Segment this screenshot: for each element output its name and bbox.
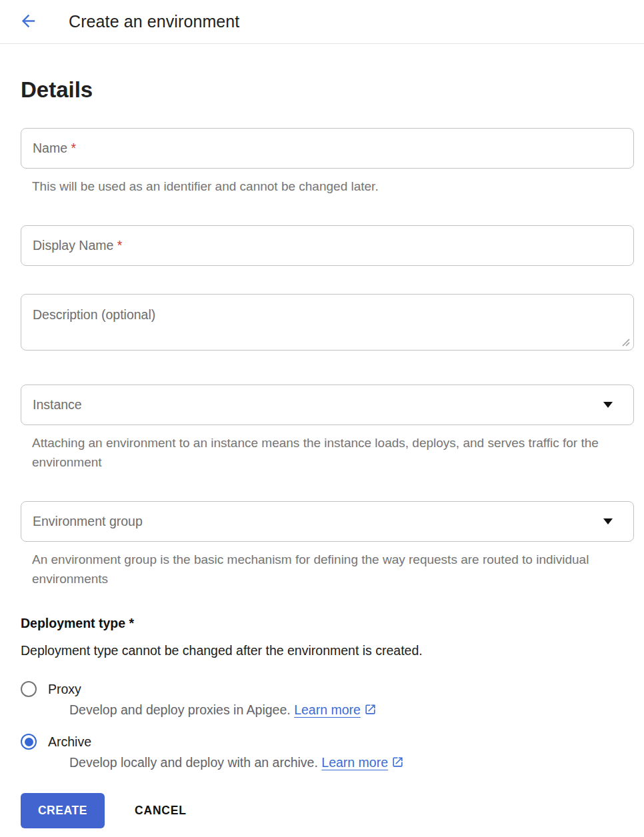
required-asterisk: *: [71, 141, 76, 155]
environment-group-helper-text: An environment group is the basic mechan…: [32, 550, 605, 588]
radio-archive-label: Archive: [48, 734, 91, 750]
description-placeholder: Description (optional): [33, 307, 155, 323]
name-helper-text: This will be used as an identifier and c…: [32, 177, 605, 196]
radio-selected-icon[interactable]: [21, 734, 37, 750]
deployment-type-label: Deployment type *: [21, 616, 634, 631]
form-content: Details Name * This will be used as an i…: [0, 76, 644, 837]
arrow-back-icon: [19, 11, 38, 33]
instance-helper-text: Attaching an environment to an instance …: [32, 433, 605, 472]
instance-select-label: Instance: [33, 397, 82, 413]
arrow-drop-down-icon: [603, 518, 613, 524]
radio-proxy-description: Develop and deploy proxies in Apigee. Le…: [69, 702, 634, 719]
description-textarea[interactable]: Description (optional): [21, 294, 634, 351]
deployment-type-note: Deployment type cannot be changed after …: [21, 643, 634, 658]
name-input[interactable]: Name *: [21, 128, 634, 169]
details-heading: Details: [21, 76, 634, 104]
required-asterisk: *: [117, 238, 123, 253]
proxy-learn-more-link[interactable]: Learn more: [294, 702, 361, 717]
name-placeholder: Name *: [33, 141, 76, 156]
create-button[interactable]: CREATE: [21, 793, 105, 828]
page-title: Create an environment: [69, 12, 239, 31]
open-in-new-icon[interactable]: [364, 703, 377, 719]
display-name-placeholder: Display Name *: [33, 238, 122, 253]
radio-option-proxy[interactable]: Proxy: [21, 681, 634, 697]
arrow-drop-down-icon: [603, 402, 613, 408]
environment-group-select[interactable]: Environment group: [21, 501, 634, 542]
instance-select[interactable]: Instance: [21, 385, 634, 425]
radio-archive-description: Develop locally and deploy with an archi…: [69, 755, 634, 772]
radio-unselected-icon[interactable]: [21, 681, 37, 697]
environment-group-select-label: Environment group: [33, 514, 143, 529]
form-actions: CREATE CANCEL: [21, 793, 634, 828]
cancel-button[interactable]: CANCEL: [135, 804, 187, 818]
radio-option-archive[interactable]: Archive: [21, 734, 634, 750]
open-in-new-icon[interactable]: [391, 756, 404, 772]
back-button[interactable]: [15, 9, 41, 35]
resize-grip-icon[interactable]: [621, 337, 630, 347]
archive-learn-more-link[interactable]: Learn more: [321, 755, 388, 770]
display-name-input[interactable]: Display Name *: [21, 225, 634, 266]
radio-proxy-label: Proxy: [48, 682, 81, 697]
page-header: Create an environment: [0, 0, 644, 44]
